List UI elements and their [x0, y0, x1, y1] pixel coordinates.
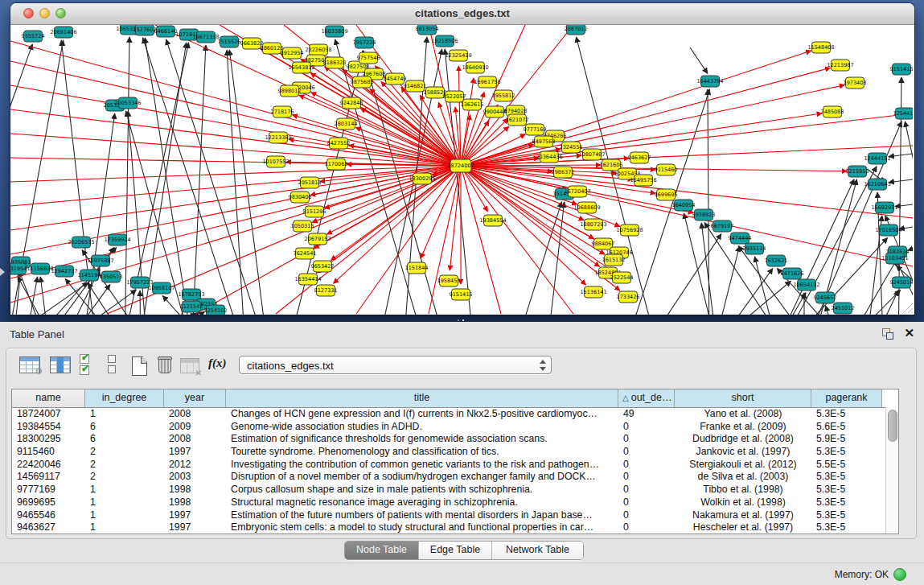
cell-out_de: 0 [618, 484, 675, 496]
column-header-title[interactable]: title [226, 389, 618, 407]
column-header-short[interactable]: short [675, 389, 811, 407]
graph-node-label: 2254102 [204, 307, 228, 314]
graph-node-label: 1050313 [291, 223, 314, 229]
cell-name: 18724007 [12, 408, 85, 421]
scrollbar-thumb[interactable] [888, 410, 897, 442]
network-view-window[interactable]: citations_edges.txt 93557242069140610653… [10, 3, 914, 315]
graph-node-label: 16961758 [474, 79, 500, 85]
graph-edge [35, 290, 136, 315]
table-row[interactable]: 1872400712008Changes of HCN gene express… [12, 408, 898, 421]
graph-node-label: 2718176 [271, 109, 294, 115]
graph-edge [299, 95, 461, 166]
graph-edge [18, 277, 62, 315]
show-columns-button[interactable] [50, 356, 71, 373]
graph-node-label: 19218506 [431, 38, 458, 44]
graph-node-label: 1254413 [893, 110, 913, 117]
tab-node-table[interactable]: Node Table [345, 542, 418, 559]
vertical-scrollbar[interactable] [885, 407, 898, 534]
cell-year: 1998 [164, 484, 226, 496]
graph-node-label: 9884067 [592, 241, 615, 247]
function-builder-button[interactable]: f(x) [208, 356, 227, 370]
graph-node-label: 9699695 [655, 192, 678, 198]
cell-short: Wolkin et al. (1998) [675, 496, 811, 509]
network-canvas[interactable]: 9355724206914061065328715276026466140107… [10, 25, 913, 315]
graph-node-label: 2087012 [565, 26, 588, 32]
cell-pagerank: 5.3E-5 [811, 521, 882, 534]
graph-node-label: 7515526 [218, 39, 241, 45]
graph-node-label: 9830406 [289, 194, 312, 200]
delete-table-button[interactable] [180, 358, 199, 373]
graph-node-label: 16210643 [864, 181, 890, 187]
table-row[interactable]: 946554611997Estimation of the future num… [12, 509, 898, 522]
table-row[interactable]: 1830029562008Estimation of significance … [12, 433, 898, 446]
table-row[interactable]: 946362711997Embryonic stem cells: a mode… [12, 521, 898, 534]
graph-node-label: 6679197 [711, 223, 734, 229]
graph-node-label: 12103451 [881, 255, 908, 262]
graph-node-label: 10975887 [87, 257, 113, 264]
table-row[interactable]: 977716911998Corpus callosum shape and si… [12, 484, 898, 496]
table-selector-dropdown[interactable]: citations_edges.txt [239, 356, 552, 374]
float-window-icon[interactable] [882, 328, 893, 340]
table-selector-value: citations_edges.txt [247, 360, 334, 372]
select-all-button[interactable]: ✔✔ [80, 354, 91, 375]
graph-node-label: 16671338 [192, 34, 219, 40]
graph-node-label: 15136141 [580, 289, 606, 295]
graph-edge [701, 223, 719, 315]
dropdown-arrows-icon [538, 359, 546, 372]
create-new-column-button[interactable] [132, 356, 147, 376]
graph-node-label: 16354414 [294, 276, 321, 282]
graph-node-label: 9777169 [524, 126, 547, 133]
graph-node-label: 10688609 [573, 204, 600, 211]
cell-out_de: 0 [618, 421, 675, 434]
cell-short: Hescheler et al. (1997) [675, 521, 811, 534]
graph-node-label: 17016504 [875, 227, 901, 233]
column-header-pagerank[interactable]: pagerank [811, 389, 882, 407]
graph-node-label: 9474444 [729, 235, 752, 241]
graph-node-label: 19384554 [479, 217, 506, 224]
graph-edge [461, 166, 586, 285]
cell-pagerank: 5.3E-5 [811, 496, 882, 509]
graph-node-label: 7624541 [294, 250, 317, 257]
graph-edge [125, 37, 129, 315]
table-header-row: namein_degreeyeartitle△out_de…shortpager… [12, 389, 898, 408]
cell-title: Embryonic stem cells: a model to study s… [226, 521, 618, 534]
graph-edge [137, 43, 187, 315]
graph-node-label: 1527602 [133, 27, 157, 33]
column-header-name[interactable]: name [12, 389, 85, 407]
graph-node-label: 7986372 [552, 169, 575, 175]
delete-column-button[interactable] [158, 356, 170, 372]
panel-collapse-handle[interactable] [0, 268, 5, 276]
table-row[interactable]: 969969511998Structural magnetic resonanc… [12, 496, 898, 509]
table-row[interactable]: 2242004622012Investigating the contribut… [12, 459, 898, 472]
graph-edge [450, 166, 461, 270]
column-header-in_degree[interactable]: in_degree [85, 389, 164, 407]
cell-year: 2008 [164, 433, 226, 446]
graph-node-label: 8471626 [781, 270, 804, 277]
window-titlebar[interactable]: citations_edges.txt [10, 3, 914, 25]
cell-out_de: 0 [618, 459, 675, 472]
cell-short: Franke et al. (2009) [675, 421, 811, 434]
table-row[interactable]: 1938455462009Genome-wide association stu… [12, 421, 898, 434]
graph-node-label: 12942737 [51, 268, 77, 274]
cell-title: Tourette syndrome. Phenomenology and cla… [226, 446, 618, 459]
graph-node-label: 15692951 [871, 204, 897, 211]
graph-node-label: 10807487 [578, 151, 605, 158]
graph-node-label: 1121542 [180, 303, 203, 310]
close-icon[interactable]: ✕ [904, 326, 914, 340]
graph-node-label: 20679157 [304, 236, 331, 242]
cell-in_degree: 1 [85, 408, 164, 421]
cell-pagerank: 5.5E-5 [811, 459, 882, 472]
table-row[interactable]: 911546021997Tourette syndrome. Phenomeno… [12, 446, 898, 459]
graph-node-label: 20206535 [68, 239, 94, 245]
graph-node-label: 16543812 [288, 64, 314, 71]
column-header-out_de[interactable]: △out_de… [618, 389, 675, 407]
tab-edge-table[interactable]: Edge Table [418, 542, 491, 559]
tab-network-table[interactable]: Network Table [491, 542, 583, 559]
deselect-all-button[interactable] [108, 355, 116, 374]
graph-node-label: 10958107 [148, 285, 175, 291]
graph-node-label: 9245014 [890, 279, 913, 286]
attribute-settings-button[interactable]: ⚙ [19, 356, 40, 373]
table-row[interactable]: 1456911722003Disruption of a novel membe… [12, 471, 898, 484]
column-header-year[interactable]: year [164, 389, 226, 407]
cell-name: 9465546 [12, 509, 85, 522]
